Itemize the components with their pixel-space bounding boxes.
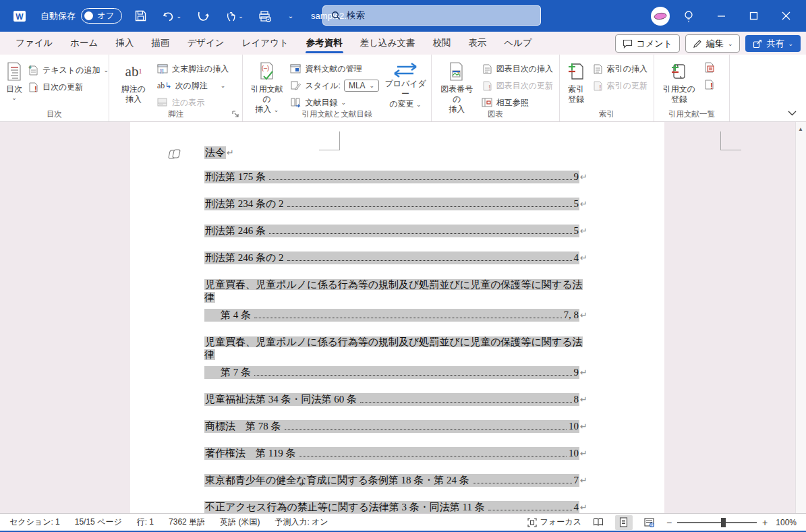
return-mark: ↵ xyxy=(580,502,587,512)
title-bar: W 自動保存 オフ ⌄ ⌄ ⌄ xyxy=(0,0,806,32)
editing-mode-button[interactable]: 編集 ⌄ xyxy=(685,34,741,53)
status-words[interactable]: 7362 単語 xyxy=(169,516,205,528)
mark-citation-button[interactable]: 引用文の 登録 xyxy=(660,59,699,105)
comments-button[interactable]: コメント xyxy=(615,34,680,53)
insert-table-of-authorities-button[interactable] xyxy=(701,60,717,75)
group-captions-label: 図表 xyxy=(432,109,559,119)
scroll-up-arrow-icon[interactable]: ▲ xyxy=(798,126,803,132)
read-mode-button[interactable] xyxy=(589,515,607,530)
undo-dropdown-chevron-icon[interactable]: ⌄ xyxy=(177,13,182,20)
document-canvas[interactable]: 法令↵ 刑法第 175 条9↵ 刑法第 234 条の 25↵ 刑法第 246 条… xyxy=(0,122,806,514)
manage-sources-button[interactable]: 資料文献の管理 xyxy=(288,61,381,76)
tab-mailings[interactable]: 差し込み文書 xyxy=(351,32,424,55)
insert-index-button[interactable]: 索引の挿入 xyxy=(590,61,650,76)
cross-reference-icon xyxy=(482,97,493,109)
share-button[interactable]: 共有 ⌄ xyxy=(745,35,801,52)
undo-button[interactable]: ⌄ xyxy=(159,6,185,26)
add-text-button[interactable]: + テキストの追加 ⌄ xyxy=(26,63,111,78)
footnotes-dialog-launcher[interactable] xyxy=(232,111,239,118)
svg-text:!: ! xyxy=(488,84,491,92)
toa-heading-text: 法令 xyxy=(204,146,226,159)
zoom-slider[interactable]: − + xyxy=(666,517,768,528)
toa-entry: 児童福祉法第 34 条・同法第 60 条8↵ xyxy=(204,393,587,406)
tab-layout[interactable]: レイアウト xyxy=(233,32,297,55)
tell-me-button[interactable] xyxy=(675,0,702,32)
mark-index-entry-button[interactable]: 索引登録 xyxy=(565,59,587,105)
group-captions: 図表番号の 挿入 図表目次の挿入 ! 図表目次の更新 相互参照 xyxy=(432,55,560,121)
bibliography-button[interactable]: 文献目録 ⌄ xyxy=(288,95,381,110)
group-table-of-authorities: 引用文の 登録 ! 引用文献一覧 xyxy=(654,55,730,121)
tab-review[interactable]: 校閲 xyxy=(424,32,459,55)
insert-endnote-button[interactable]: [i] 文末脚注の挿入 xyxy=(155,61,231,76)
next-footnote-button[interactable]: ab↳ 次の脚注 ⌄ xyxy=(155,78,231,93)
toa-entry: 不正アクセス行為の禁止等に関する法律第 3 条・同法第 11 条4↵ xyxy=(204,501,587,514)
focus-mode-button[interactable]: フォーカス xyxy=(527,516,581,528)
tab-references[interactable]: 参考資料 xyxy=(297,32,351,55)
status-ime[interactable]: 予測入力: オン xyxy=(275,516,328,528)
tab-file[interactable]: ファイル xyxy=(7,32,61,55)
tab-help[interactable]: ヘルプ xyxy=(495,32,540,55)
entry-text: 刑法第 234 条の 2 xyxy=(205,198,284,210)
zoom-in-icon[interactable]: + xyxy=(762,517,768,528)
table-of-authorities[interactable]: 法令↵ 刑法第 175 条9↵ 刑法第 234 条の 25↵ 刑法第 246 条… xyxy=(204,146,587,514)
style-select[interactable]: MLA ⌄ xyxy=(344,80,379,92)
autosave-toggle[interactable]: 自動保存 オフ xyxy=(40,8,122,24)
insert-index-icon xyxy=(592,63,604,75)
vertical-scrollbar[interactable]: ▲ xyxy=(795,122,806,514)
print-layout-button[interactable] xyxy=(615,515,633,530)
cross-reference-button[interactable]: 相互参照 xyxy=(480,95,555,110)
update-toc-button[interactable]: ! 目次の更新 xyxy=(26,80,111,94)
touch-mode-button[interactable]: ⌄ xyxy=(222,6,246,26)
quick-print-button[interactable] xyxy=(256,6,275,26)
zoom-thumb[interactable] xyxy=(721,518,726,527)
insert-table-of-figures-button[interactable]: 図表目次の挿入 xyxy=(480,61,555,76)
insert-table-of-figures-icon xyxy=(482,63,493,75)
entry-text: 刑法第 246 条の 2 xyxy=(205,252,284,264)
insert-caption-button[interactable]: 図表番号の 挿入 xyxy=(437,59,477,115)
entry-text: 著作権法 第 119 条 xyxy=(205,447,295,460)
web-layout-button[interactable] xyxy=(641,515,658,530)
status-section[interactable]: セクション: 1 xyxy=(9,516,60,528)
zoom-out-icon[interactable]: − xyxy=(666,517,672,528)
status-line[interactable]: 行: 1 xyxy=(137,516,154,528)
touch-mode-chevron-icon[interactable]: ⌄ xyxy=(238,13,243,20)
minimize-button[interactable] xyxy=(708,0,735,32)
style-pen-icon xyxy=(290,80,301,92)
entry-page: 4 xyxy=(574,502,579,513)
collapse-ribbon-chevron-icon[interactable] xyxy=(788,111,797,116)
toa-entry: 商標法 第 78 条10↵ xyxy=(204,420,587,433)
update-table-of-authorities-button[interactable]: ! xyxy=(701,77,717,92)
tab-home[interactable]: ホーム xyxy=(61,32,107,55)
cross-reference-label: 相互参照 xyxy=(496,97,529,109)
change-provider-button[interactable]: プロバイダー の変更 ⌄ xyxy=(384,59,427,109)
insert-citation-button[interactable]: (–) 引用文献の 挿入 ⌄ xyxy=(248,59,285,115)
return-mark: ↵ xyxy=(580,421,587,432)
redo-button[interactable] xyxy=(194,6,212,26)
insert-footnote-button[interactable]: ab1 脚注の 挿入 xyxy=(115,59,152,105)
maximize-button[interactable] xyxy=(740,0,767,32)
account-avatar[interactable] xyxy=(651,7,670,26)
save-button[interactable] xyxy=(132,6,150,26)
svg-text:W: W xyxy=(16,12,24,22)
toa-entry: 東京都青少年の健全な育成に関する条例第 18 条・第 24 条7↵ xyxy=(204,474,587,487)
tab-insert[interactable]: 挿入 xyxy=(107,32,142,55)
close-button[interactable] xyxy=(772,0,799,32)
update-toc-icon: ! xyxy=(28,82,39,93)
document-page[interactable]: 法令↵ 刑法第 175 条9↵ 刑法第 234 条の 25↵ 刑法第 246 条… xyxy=(130,122,664,514)
read-mode-icon xyxy=(593,518,604,527)
search-input[interactable]: 検索 xyxy=(322,5,541,26)
tab-draw[interactable]: 描画 xyxy=(142,32,178,55)
zoom-percentage[interactable]: 100% xyxy=(776,518,797,527)
tab-design[interactable]: デザイン xyxy=(178,32,233,55)
status-language[interactable]: 英語 (米国) xyxy=(220,516,260,528)
toggle-knob xyxy=(84,11,93,20)
status-pages[interactable]: 15/15 ページ xyxy=(75,516,122,528)
toc-button[interactable]: 目次 ⌄ xyxy=(5,59,23,102)
customize-quick-access-button[interactable]: ⌄ xyxy=(284,6,296,26)
word-logo-icon[interactable]: W xyxy=(8,6,31,26)
next-footnote-label: 次の脚注 xyxy=(175,80,207,92)
zoom-track[interactable] xyxy=(677,522,757,523)
tab-view[interactable]: 表示 xyxy=(459,32,495,55)
citation-style-control[interactable]: スタイル: MLA ⌄ xyxy=(288,78,381,93)
update-toc-label: 目次の更新 xyxy=(42,82,83,93)
